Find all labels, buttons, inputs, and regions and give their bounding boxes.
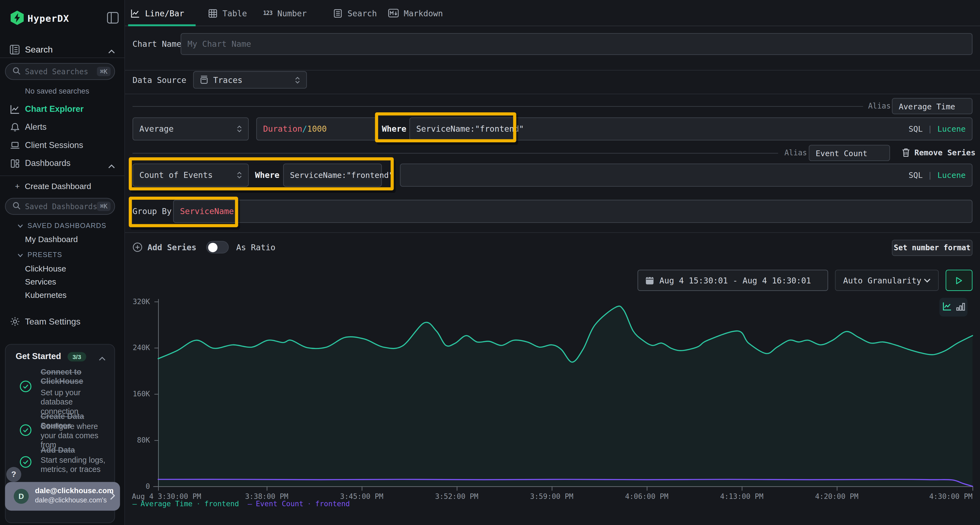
series2-where-field[interactable]: ServiceName:"frontend": [283, 163, 382, 187]
chevron-down-icon: [924, 278, 931, 282]
chart-legend: — Average Time · frontend — Event Count …: [132, 500, 350, 508]
presets-section-header[interactable]: PRESETS: [18, 251, 62, 259]
y-tick-label: 240K: [125, 343, 150, 352]
select-chevrons-icon: [237, 125, 242, 132]
search-icon: [13, 201, 21, 211]
table-icon: [208, 8, 218, 18]
123-icon: 123: [263, 10, 272, 16]
x-tick-label: 3:59:00 PM: [514, 492, 589, 501]
x-tick-label: 4:20:00 PM: [799, 492, 874, 501]
hyperdx-logo-icon: [11, 11, 24, 27]
check-circle-icon: [19, 424, 32, 438]
series1-where-field[interactable]: ServiceName:"frontend" SQL | Lucene: [409, 117, 973, 140]
chart-name-input[interactable]: [188, 40, 966, 49]
lucene-mode-button[interactable]: Lucene: [937, 124, 966, 133]
get-started-badge: 3/3: [67, 352, 86, 361]
database-icon: [200, 76, 208, 84]
get-started-item-title[interactable]: Add Data: [41, 446, 111, 455]
group-by-label: Group By: [132, 207, 172, 216]
line-chart-icon: [130, 8, 140, 18]
divider: [132, 153, 778, 154]
saved-dashboards-input[interactable]: [25, 202, 97, 211]
hyperdx-app: HyperDX Search ⌘K No saved searches: [0, 0, 980, 525]
sidebar-item-clickhouse[interactable]: ClickHouse: [25, 264, 66, 273]
series1-aggregation-select[interactable]: Average: [132, 117, 249, 140]
dashboard-grid-icon: [10, 159, 20, 171]
saved-dashboards-searchbox[interactable]: ⌘K: [5, 198, 115, 215]
tab-line-bar[interactable]: Line/Bar: [130, 0, 184, 26]
sql-mode-button[interactable]: SQL: [909, 171, 923, 180]
play-icon: [956, 276, 962, 284]
user-subtitle: dale@clickhouse.com's: [35, 496, 107, 504]
sidebar-item-client-sessions[interactable]: Client Sessions: [0, 137, 125, 155]
main-content: Line/Bar Table 123 Number Search Markdow…: [125, 0, 980, 525]
chevron-up-icon: [108, 46, 115, 56]
series1-alias-field[interactable]: Average Time: [892, 98, 972, 114]
chevron-right-icon: [110, 491, 115, 502]
x-tick-label: 3:52:00 PM: [419, 492, 494, 501]
series2-search-field[interactable]: SQL | Lucene: [400, 163, 972, 187]
circle-plus-icon: [132, 242, 143, 252]
saved-searches-searchbox[interactable]: ⌘K: [5, 63, 115, 80]
line-chart-icon: [10, 104, 20, 116]
tab-table[interactable]: Table: [208, 0, 247, 26]
get-started-title: Get Started: [16, 351, 61, 361]
app-title: HyperDX: [27, 13, 69, 24]
sidebar-item-team-settings[interactable]: Team Settings: [0, 313, 125, 331]
legend-swatch: —: [132, 500, 137, 508]
chevron-up-icon: [108, 161, 115, 170]
sidebar-collapse-icon[interactable]: [107, 12, 119, 24]
search-section-icon: [9, 44, 20, 57]
group-by-field[interactable]: ServiceName: [173, 200, 972, 223]
series2-alias-field[interactable]: Event Count: [809, 145, 890, 161]
search-section-label: Search: [25, 44, 53, 54]
saved-searches-input[interactable]: [25, 67, 97, 76]
check-circle-icon: [19, 456, 32, 470]
add-series-button[interactable]: Add Series: [132, 242, 197, 252]
sidebar-item-chart-explorer[interactable]: Chart Explorer: [0, 100, 125, 119]
divider: [132, 106, 863, 106]
sql-mode-button[interactable]: SQL: [909, 124, 923, 133]
tab-search[interactable]: Search: [333, 0, 377, 26]
sidebar-item-dashboards[interactable]: Dashboards: [0, 155, 125, 173]
sidebar-item-services[interactable]: Services: [25, 277, 56, 286]
trash-icon: [902, 148, 910, 157]
laptop-icon: [10, 140, 20, 152]
sidebar-item-my-dashboard[interactable]: My Dashboard: [25, 235, 78, 244]
active-tab-underline: [128, 24, 196, 26]
sidebar-item-alerts[interactable]: Alerts: [0, 119, 125, 137]
get-started-item-title[interactable]: Connect to ClickHouse: [41, 368, 111, 387]
select-chevrons-icon: [237, 172, 242, 178]
sidebar-item-kubernetes[interactable]: Kubernetes: [25, 290, 67, 300]
no-saved-searches-text: No saved searches: [25, 87, 89, 95]
series2-aggregation-select[interactable]: Count of Events: [132, 163, 249, 187]
chart-name-label: Chart Name: [132, 40, 181, 49]
legend-item-event-count[interactable]: — Event Count · frontend: [248, 500, 350, 508]
legend-swatch: —: [248, 500, 252, 508]
create-dashboard-button[interactable]: +Create Dashboard: [15, 182, 91, 191]
data-source-select[interactable]: Traces: [193, 71, 307, 89]
help-button[interactable]: ?: [6, 467, 21, 482]
divider: [125, 232, 980, 233]
set-number-format-button[interactable]: Set number format: [892, 240, 972, 256]
y-tick-label: 160K: [125, 390, 150, 398]
search-icon: [13, 67, 21, 76]
legend-item-average-time[interactable]: — Average Time · frontend: [132, 500, 239, 508]
user-account-chip[interactable]: D dale@clickhouse.com dale@clickhouse.co…: [5, 482, 120, 511]
series1-field-expression[interactable]: Duration/1000: [256, 117, 377, 140]
tab-number[interactable]: 123 Number: [263, 0, 307, 26]
chart-name-field[interactable]: [181, 33, 973, 55]
chart-svg[interactable]: [153, 284, 975, 504]
as-ratio-label: As Ratio: [236, 243, 275, 252]
tab-markdown[interactable]: Markdown: [388, 0, 443, 26]
remove-series-button[interactable]: Remove Series: [902, 148, 976, 157]
y-tick-label: 80K: [125, 436, 150, 444]
lucene-mode-button[interactable]: Lucene: [937, 171, 966, 180]
data-source-label: Data Source: [132, 76, 186, 85]
divider: [0, 176, 125, 176]
y-tick-label: 320K: [125, 297, 150, 306]
sidebar-section-search[interactable]: Search: [0, 41, 125, 59]
chevron-up-icon[interactable]: [99, 353, 106, 363]
saved-dashboards-section-header[interactable]: SAVED DASHBOARDS: [18, 222, 106, 229]
as-ratio-toggle[interactable]: [206, 241, 229, 254]
